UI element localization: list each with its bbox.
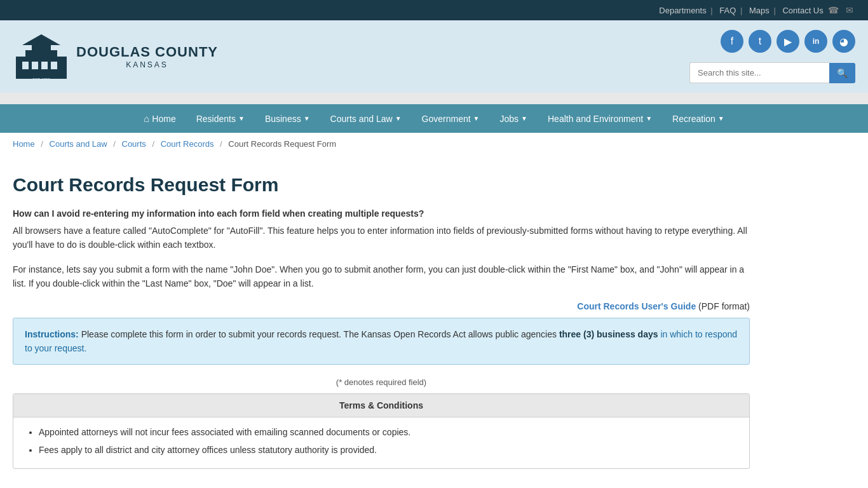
faq-question: How can I avoid re-entering my informati… xyxy=(13,208,750,219)
nav-government-label: Government xyxy=(422,114,471,124)
search-bar: 🔍 xyxy=(689,62,855,83)
nav-jobs-label: Jobs xyxy=(500,114,519,124)
social-icons: f t ▶ in ◕ xyxy=(721,30,855,53)
breadcrumb-sep-3: / xyxy=(152,139,154,149)
search-input[interactable] xyxy=(689,62,829,83)
svg-text:EST. 1855: EST. 1855 xyxy=(32,78,50,81)
user-guide-format: (PDF format) xyxy=(698,301,750,311)
county-name: DOUGLAS COUNTY xyxy=(76,44,218,60)
nav-government[interactable]: Government ▼ xyxy=(412,104,490,133)
breadcrumb-court-records[interactable]: Court Records xyxy=(161,139,214,149)
main-nav: ⌂ Home Residents ▼ Business ▼ Courts and… xyxy=(0,104,868,133)
breadcrumb-sep-1: / xyxy=(41,139,43,149)
svg-rect-5 xyxy=(32,62,38,69)
facebook-icon[interactable]: f xyxy=(721,30,743,53)
breadcrumb-sep-2: / xyxy=(113,139,116,149)
user-guide-link[interactable]: Court Records User's Guide xyxy=(577,301,696,311)
email-icon: ✉ xyxy=(846,5,853,15)
top-bar: Departments | FAQ | Maps | Contact Us ☎ … xyxy=(0,0,868,20)
header: EST. 1855 DOUGLAS COUNTY KANSAS f t ▶ in… xyxy=(0,20,868,93)
nav-jobs[interactable]: Jobs ▼ xyxy=(490,104,538,133)
nav-recreation-label: Recreation xyxy=(672,114,715,124)
health-caret: ▼ xyxy=(646,115,652,122)
courts-caret: ▼ xyxy=(395,115,402,122)
nav-recreation[interactable]: Recreation ▼ xyxy=(662,104,735,133)
phone-icon: ☎ xyxy=(828,5,839,15)
nav-residents-label: Residents xyxy=(196,114,236,124)
terms-box: Terms & Conditions Appointed attorneys w… xyxy=(13,393,750,469)
svg-rect-6 xyxy=(41,62,48,69)
header-right: f t ▶ in ◕ 🔍 xyxy=(689,30,855,83)
faq-answer-1: All browsers have a feature called "Auto… xyxy=(13,224,750,252)
government-caret: ▼ xyxy=(473,115,480,122)
faq-answer-2: For instance, lets say you submit a form… xyxy=(13,262,750,291)
search-button[interactable]: 🔍 xyxy=(829,63,855,83)
nav-health-label: Health and Environment xyxy=(548,114,643,124)
nav-health-environment[interactable]: Health and Environment ▼ xyxy=(538,104,662,133)
jobs-caret: ▼ xyxy=(521,115,527,122)
breadcrumb: Home / Courts and Law / Courts / Court R… xyxy=(0,133,868,155)
residents-caret: ▼ xyxy=(238,115,245,122)
rss-icon[interactable]: ◕ xyxy=(832,30,855,53)
logo-text: DOUGLAS COUNTY KANSAS xyxy=(76,44,218,69)
faq-link[interactable]: FAQ xyxy=(719,6,736,15)
instructions-label: Instructions: xyxy=(25,329,79,339)
departments-link[interactable]: Departments xyxy=(659,6,706,15)
terms-item-1: Appointed attorneys will not incur fees … xyxy=(39,425,736,440)
svg-marker-3 xyxy=(22,34,60,45)
state-name: KANSAS xyxy=(76,60,218,69)
user-guide-line: Court Records User's Guide (PDF format) xyxy=(13,301,750,311)
breadcrumb-sep-4: / xyxy=(220,139,222,149)
recreation-caret: ▼ xyxy=(718,115,724,122)
terms-body: Appointed attorneys will not incur fees … xyxy=(13,417,749,468)
nav-home[interactable]: ⌂ Home xyxy=(133,104,186,133)
nav-courts-label: Courts and Law xyxy=(330,114,393,124)
instructions-box: Instructions: Please complete this form … xyxy=(13,318,750,365)
instructions-text1: Please complete this form in order to su… xyxy=(81,329,559,339)
breadcrumb-home[interactable]: Home xyxy=(13,139,35,149)
terms-item-2: Fees apply to all district and city atto… xyxy=(39,443,736,458)
instructions-bold: three (3) business days xyxy=(559,329,658,339)
maps-link[interactable]: Maps xyxy=(749,6,770,15)
logo-svg: EST. 1855 xyxy=(13,31,70,82)
breadcrumb-courts-and-law[interactable]: Courts and Law xyxy=(50,139,107,149)
nav-gap xyxy=(0,93,868,104)
linkedin-icon[interactable]: in xyxy=(804,30,827,53)
nav-business[interactable]: Business ▼ xyxy=(255,104,320,133)
home-icon: ⌂ xyxy=(144,113,149,124)
page-title: Court Records Request Form xyxy=(13,174,750,196)
svg-rect-4 xyxy=(22,62,29,69)
main-content: Court Records Request Form How can I avo… xyxy=(0,155,763,488)
nav-home-label: Home xyxy=(152,114,175,124)
youtube-icon[interactable]: ▶ xyxy=(776,30,799,53)
nav-courts-and-law[interactable]: Courts and Law ▼ xyxy=(320,104,412,133)
required-note: (* denotes required field) xyxy=(13,377,750,387)
nav-business-label: Business xyxy=(265,114,301,124)
breadcrumb-current: Court Records Request Form xyxy=(228,139,336,149)
twitter-icon[interactable]: t xyxy=(749,30,771,53)
breadcrumb-courts[interactable]: Courts xyxy=(122,139,146,149)
contact-us-link[interactable]: Contact Us xyxy=(782,6,823,15)
business-caret: ▼ xyxy=(304,115,310,122)
nav-residents[interactable]: Residents ▼ xyxy=(186,104,255,133)
svg-rect-2 xyxy=(32,44,51,53)
terms-header: Terms & Conditions xyxy=(13,394,749,417)
logo-area: EST. 1855 DOUGLAS COUNTY KANSAS xyxy=(13,31,218,82)
svg-rect-7 xyxy=(51,62,57,69)
